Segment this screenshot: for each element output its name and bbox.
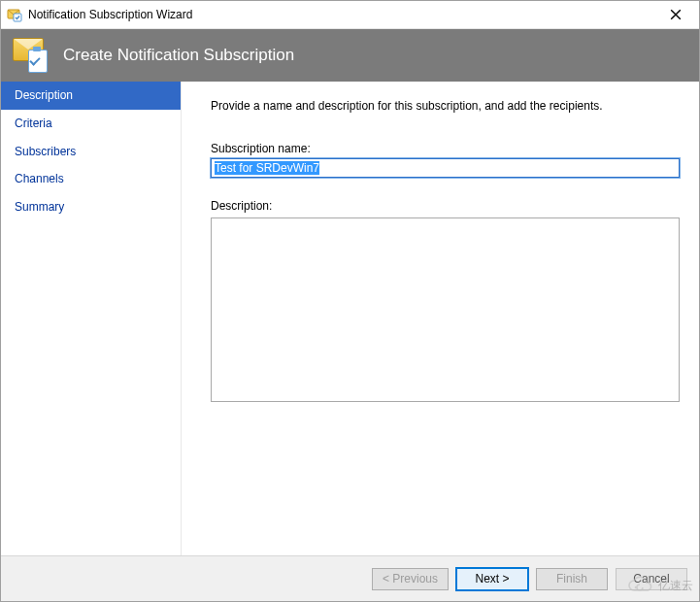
window-title: Notification Subscription Wizard (28, 8, 654, 21)
close-icon (670, 9, 682, 20)
next-button[interactable]: Next > (456, 568, 528, 590)
close-button[interactable] (654, 1, 697, 28)
step-criteria[interactable]: Criteria (1, 110, 181, 138)
subscription-name-input[interactable]: Test for SRDevWin7 (211, 158, 680, 178)
wizard-header-title: Create Notification Subscription (63, 46, 294, 65)
app-icon (7, 7, 22, 22)
step-label: Channels (15, 172, 64, 185)
description-input[interactable] (211, 217, 680, 402)
step-channels[interactable]: Channels (1, 165, 181, 193)
wizard-footer: < Previous Next > Finish Cancel 亿速云 (1, 555, 699, 601)
wizard-steps-sidebar: Description Criteria Subscribers Channel… (1, 82, 182, 555)
wizard-page-content: Provide a name and description for this … (182, 82, 699, 555)
step-description[interactable]: Description (1, 82, 181, 110)
subscription-name-value: Test for SRDevWin7 (215, 161, 319, 175)
step-label: Subscribers (15, 145, 76, 158)
page-instruction: Provide a name and description for this … (211, 99, 680, 113)
step-label: Description (15, 88, 73, 102)
finish-button[interactable]: Finish (536, 568, 608, 590)
wizard-body: Description Criteria Subscribers Channel… (1, 82, 699, 555)
step-label: Criteria (15, 117, 52, 130)
titlebar: Notification Subscription Wizard (1, 1, 699, 29)
cancel-button[interactable]: Cancel (616, 568, 687, 590)
wizard-header-icon (13, 38, 48, 73)
wizard-window: Notification Subscription Wizard Create … (0, 0, 700, 602)
step-subscribers[interactable]: Subscribers (1, 138, 181, 166)
step-summary[interactable]: Summary (1, 193, 181, 221)
subscription-name-label: Subscription name: (211, 142, 680, 155)
step-label: Summary (15, 200, 64, 214)
wizard-header: Create Notification Subscription (1, 29, 699, 82)
previous-button[interactable]: < Previous (372, 568, 449, 590)
description-label: Description: (211, 199, 680, 213)
